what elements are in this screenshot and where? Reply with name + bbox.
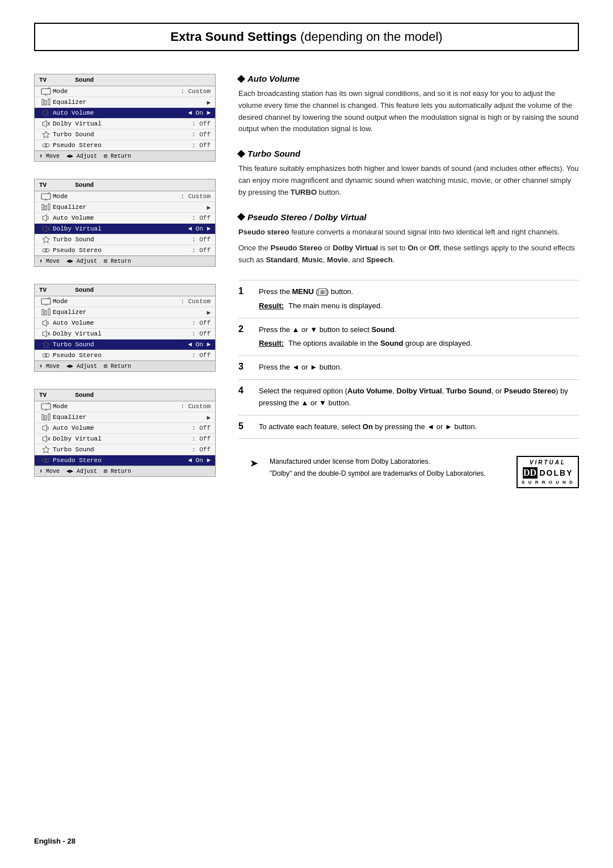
tv-panel-body-2: Mode: CustomEqualizer▶Auto Volume: OffDo… bbox=[35, 191, 215, 255]
tv-row-value-1-3: ◄ On ► bbox=[188, 110, 211, 116]
tv-row-icon-2-4 bbox=[39, 225, 53, 233]
tv-row-label-2-5: Turbo Sound bbox=[53, 236, 192, 243]
step-3-text: Press the ◄ or ► button. bbox=[259, 363, 342, 371]
main-layout: TV Sound Mode: CustomEqualizer▶Auto Volu… bbox=[34, 74, 579, 488]
svg-point-13 bbox=[45, 143, 47, 144]
tv-row-label-4-6: Pseudo Stereo bbox=[53, 457, 188, 464]
tv-panel-body-4: Mode: CustomEqualizer▶Auto Volume: OffDo… bbox=[35, 401, 215, 466]
tv-row-icon-2-1 bbox=[39, 192, 53, 200]
tv-footer-item-3-1: ⬆ Move bbox=[39, 363, 60, 370]
tv-row-2-5: Turbo Sound: Off bbox=[35, 234, 215, 245]
tv-row-label-4-2: Equalizer bbox=[53, 414, 207, 421]
section-pseudo-stereo: Pseudo Stereo / Dolby Virtual Pseudo ste… bbox=[238, 212, 579, 266]
auto-volume-text: Each broadcasting station has its own si… bbox=[238, 88, 579, 135]
tv-row-icon-3-5 bbox=[39, 341, 53, 349]
tv-row-4-2: Equalizer▶ bbox=[35, 412, 215, 423]
sound-label: Sound bbox=[75, 182, 94, 188]
tv-panel-header-1: TV Sound bbox=[35, 74, 215, 86]
result-text-2: The options available in the Sound group… bbox=[288, 338, 472, 350]
tv-row-value-4-1: : Custom bbox=[180, 403, 211, 410]
dolby-brand-text: DOLBY bbox=[540, 468, 573, 477]
tv-footer-item-2-2: ◄► Adjust bbox=[66, 258, 97, 265]
tv-row-label-4-1: Mode bbox=[53, 403, 180, 410]
svg-point-29 bbox=[45, 251, 47, 253]
tv-footer-item-1-1: ⬆ Move bbox=[39, 153, 60, 160]
tv-label: TV bbox=[39, 77, 47, 83]
turbo-sound-text: This feature suitably emphasizes both hi… bbox=[238, 163, 579, 198]
tv-row-label-2-4: Dolby Virtual bbox=[53, 225, 188, 232]
step-1-result: Result: The main menu is displayed. bbox=[259, 300, 579, 312]
tv-row-label-2-1: Mode bbox=[53, 193, 180, 200]
tv-row-1-5: Turbo Sound: Off bbox=[35, 129, 215, 140]
tv-footer-item-4-1: ⬆ Move bbox=[39, 468, 60, 475]
svg-rect-51 bbox=[45, 416, 47, 420]
tv-footer-2: ⬆ Move◄► Adjust⊞ Return bbox=[35, 255, 215, 266]
step-row-4: 4 Select the required option (Auto Volum… bbox=[238, 380, 579, 416]
tv-row-4-5: Turbo Sound: Off bbox=[35, 445, 215, 455]
tv-row-label-4-4: Dolby Virtual bbox=[53, 435, 192, 442]
step-row-3: 3 Press the ◄ or ► button. bbox=[238, 356, 579, 380]
tv-row-value-3-5: ◄ On ► bbox=[188, 341, 211, 348]
tv-row-3-2: Equalizer▶ bbox=[35, 307, 215, 318]
tv-panel-3: TV Sound Mode: CustomEqualizer▶Auto Volu… bbox=[34, 284, 216, 372]
svg-point-12 bbox=[46, 144, 49, 147]
tv-row-icon-2-3 bbox=[39, 214, 53, 222]
tv-row-2-6: Pseudo Stereo: Off bbox=[35, 245, 215, 255]
page-container: Extra Sound Settings (depending on the m… bbox=[0, 0, 613, 868]
step-row-5: 5 To activate each feature, select On by… bbox=[238, 416, 579, 439]
dolby-logo: VIRTUAL DD DOLBY S U R R O U N D bbox=[517, 456, 579, 488]
svg-point-44 bbox=[45, 357, 47, 358]
tv-row-label-1-5: Turbo Sound bbox=[53, 131, 192, 138]
tv-row-value-1-6: : Off bbox=[192, 142, 211, 149]
svg-rect-37 bbox=[48, 309, 50, 315]
sound-label: Sound bbox=[75, 392, 94, 399]
right-column: Auto Volume Each broadcasting station ha… bbox=[238, 74, 579, 488]
tv-row-label-4-3: Auto Volume bbox=[53, 425, 192, 431]
svg-point-41 bbox=[43, 354, 46, 357]
dolby-dd-row: DD DOLBY bbox=[520, 467, 576, 479]
footer-label: English - 28 bbox=[34, 837, 75, 845]
tv-row-label-1-3: Auto Volume bbox=[53, 110, 188, 116]
svg-rect-15 bbox=[41, 194, 51, 199]
tv-row-value-2-3: : Off bbox=[192, 215, 211, 221]
tv-panel-header-4: TV Sound bbox=[35, 389, 215, 401]
tv-label: TV bbox=[39, 392, 47, 399]
svg-rect-21 bbox=[45, 206, 47, 210]
tv-row-value-2-1: : Custom bbox=[180, 193, 211, 200]
tv-row-2-2: Equalizer▶ bbox=[35, 202, 215, 213]
tv-row-icon-4-6 bbox=[39, 456, 53, 464]
tv-row-label-3-6: Pseudo Stereo bbox=[53, 352, 192, 359]
svg-rect-52 bbox=[48, 414, 50, 420]
step-2-content: Press the ▲ or ▼ button to select Sound.… bbox=[259, 324, 579, 350]
tv-row-value-2-2: ▶ bbox=[207, 204, 211, 211]
tv-row-2-1: Mode: Custom bbox=[35, 191, 215, 202]
tv-panel-2: TV Sound Mode: CustomEqualizer▶Auto Volu… bbox=[34, 179, 216, 267]
tv-footer-item-3-3: ⊞ Return bbox=[104, 363, 131, 370]
svg-point-43 bbox=[45, 353, 47, 354]
tv-row-icon-4-5 bbox=[39, 446, 53, 454]
tv-row-icon-1-1 bbox=[39, 87, 53, 95]
tv-row-label-2-3: Auto Volume bbox=[53, 215, 192, 221]
svg-rect-7 bbox=[48, 99, 50, 105]
tv-footer-item-1-3: ⊞ Return bbox=[104, 153, 131, 160]
tv-panel-body-1: Mode: CustomEqualizer▶Auto Volume◄ On ►D… bbox=[35, 86, 215, 150]
tv-row-1-2: Equalizer▶ bbox=[35, 97, 215, 108]
sound-label: Sound bbox=[75, 77, 94, 83]
tv-row-1-4: Dolby Virtual: Off bbox=[35, 119, 215, 129]
tv-row-icon-3-4 bbox=[39, 330, 53, 338]
svg-rect-50 bbox=[42, 414, 44, 420]
tv-row-3-6: Pseudo Stereo: Off bbox=[35, 350, 215, 360]
tv-row-3-3: Auto Volume: Off bbox=[35, 318, 215, 329]
bottom-section: ➤ Manufactured under license from Dolby … bbox=[238, 456, 579, 488]
tv-footer-4: ⬆ Move◄► Adjust⊞ Return bbox=[35, 466, 215, 476]
tv-row-1-3: Auto Volume◄ On ► bbox=[35, 108, 215, 119]
tv-row-label-2-2: Equalizer bbox=[53, 204, 207, 211]
step-2-result: Result: The options available in the Sou… bbox=[259, 338, 579, 350]
tv-row-icon-3-2 bbox=[39, 308, 53, 316]
tv-footer-item-3-2: ◄► Adjust bbox=[66, 363, 97, 370]
tv-row-3-5: Turbo Sound◄ On ► bbox=[35, 339, 215, 350]
tv-row-label-1-2: Equalizer bbox=[53, 99, 207, 106]
svg-rect-6 bbox=[45, 100, 47, 105]
tv-row-icon-2-2 bbox=[39, 203, 53, 211]
tv-row-icon-3-6 bbox=[39, 351, 53, 359]
